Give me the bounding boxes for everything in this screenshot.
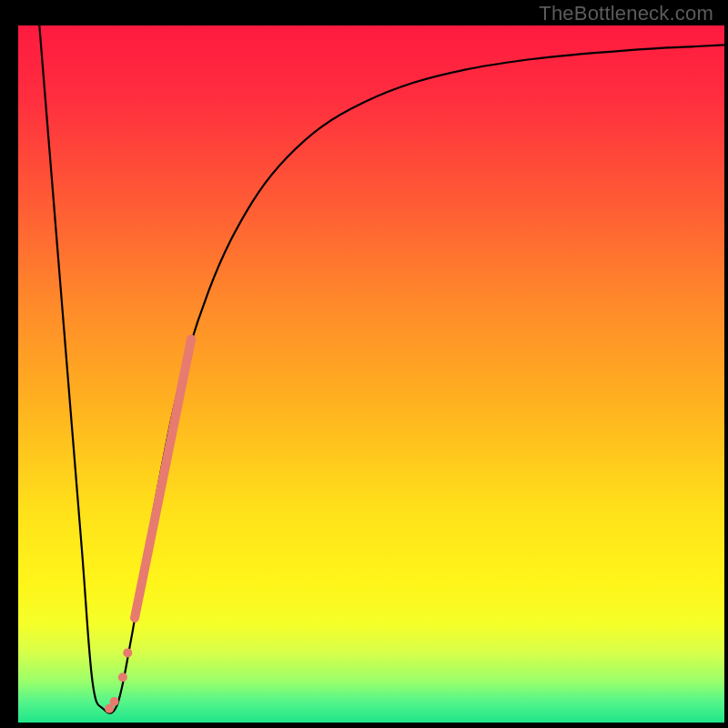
salmon-dot [123, 648, 132, 657]
chart-svg [18, 25, 724, 723]
chart-stage: TheBottleneck.com [0, 0, 728, 728]
bottleneck-curve-path [39, 25, 724, 713]
salmon-thick-segment [135, 339, 191, 618]
plot-area [18, 25, 724, 723]
salmon-dot [118, 672, 127, 682]
watermark-text: TheBottleneck.com [539, 2, 713, 25]
salmon-dot [105, 704, 114, 713]
